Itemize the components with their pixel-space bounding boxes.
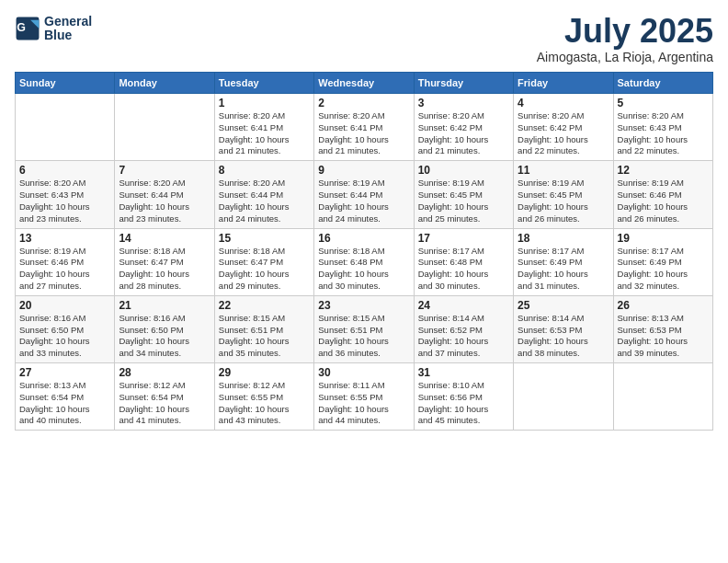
day-info: Sunrise: 8:15 AM Sunset: 6:51 PM Dayligh… — [318, 313, 409, 360]
day-info: Sunrise: 8:19 AM Sunset: 6:44 PM Dayligh… — [318, 178, 409, 224]
calendar-cell: 19Sunrise: 8:17 AM Sunset: 6:49 PM Dayli… — [613, 228, 712, 295]
calendar-cell: 26Sunrise: 8:13 AM Sunset: 6:53 PM Dayli… — [613, 295, 712, 362]
svg-text:G: G — [17, 22, 26, 35]
day-info: Sunrise: 8:20 AM Sunset: 6:41 PM Dayligh… — [219, 110, 310, 157]
day-number: 17 — [418, 232, 509, 245]
day-info: Sunrise: 8:16 AM Sunset: 6:50 PM Dayligh… — [119, 313, 210, 360]
day-info: Sunrise: 8:20 AM Sunset: 6:43 PM Dayligh… — [618, 110, 709, 157]
logo: G General Blue — [15, 15, 92, 43]
day-info: Sunrise: 8:19 AM Sunset: 6:46 PM Dayligh… — [618, 178, 709, 224]
calendar-week-row: 13Sunrise: 8:19 AM Sunset: 6:46 PM Dayli… — [16, 228, 713, 295]
day-number: 13 — [19, 232, 110, 245]
calendar-cell: 20Sunrise: 8:16 AM Sunset: 6:50 PM Dayli… — [16, 295, 115, 362]
calendar-cell: 14Sunrise: 8:18 AM Sunset: 6:47 PM Dayli… — [115, 228, 214, 295]
day-number: 5 — [618, 97, 709, 109]
day-info: Sunrise: 8:19 AM Sunset: 6:45 PM Dayligh… — [518, 178, 609, 224]
calendar-cell — [16, 94, 115, 161]
calendar-cell: 12Sunrise: 8:19 AM Sunset: 6:46 PM Dayli… — [613, 161, 712, 228]
calendar-header: SundayMondayTuesdayWednesdayThursdayFrid… — [16, 73, 713, 94]
calendar-cell — [115, 94, 214, 161]
day-number: 28 — [119, 366, 210, 379]
day-number: 20 — [19, 299, 110, 312]
calendar-cell: 29Sunrise: 8:12 AM Sunset: 6:55 PM Dayli… — [214, 363, 313, 431]
day-info: Sunrise: 8:15 AM Sunset: 6:51 PM Dayligh… — [219, 313, 310, 360]
day-info: Sunrise: 8:20 AM Sunset: 6:43 PM Dayligh… — [19, 178, 110, 224]
day-number: 29 — [219, 366, 310, 379]
day-number: 30 — [318, 366, 409, 379]
calendar-cell: 27Sunrise: 8:13 AM Sunset: 6:54 PM Dayli… — [16, 363, 115, 431]
day-info: Sunrise: 8:19 AM Sunset: 6:45 PM Dayligh… — [418, 178, 509, 224]
calendar-week-row: 20Sunrise: 8:16 AM Sunset: 6:50 PM Dayli… — [16, 295, 713, 362]
day-info: Sunrise: 8:18 AM Sunset: 6:47 PM Dayligh… — [119, 246, 210, 293]
title-block: July 2025 Aimogasta, La Rioja, Argentina — [537, 15, 713, 64]
day-number: 26 — [618, 299, 709, 312]
day-info: Sunrise: 8:13 AM Sunset: 6:54 PM Dayligh… — [19, 380, 110, 427]
month-title: July 2025 — [537, 15, 713, 48]
calendar-table: SundayMondayTuesdayWednesdayThursdayFrid… — [15, 72, 713, 431]
header-day: Wednesday — [314, 73, 414, 94]
calendar-cell: 17Sunrise: 8:17 AM Sunset: 6:48 PM Dayli… — [414, 228, 513, 295]
day-number: 10 — [418, 164, 509, 177]
calendar-cell: 10Sunrise: 8:19 AM Sunset: 6:45 PM Dayli… — [414, 161, 513, 228]
day-info: Sunrise: 8:14 AM Sunset: 6:52 PM Dayligh… — [418, 313, 509, 360]
day-info: Sunrise: 8:20 AM Sunset: 6:44 PM Dayligh… — [219, 178, 310, 224]
calendar-cell: 24Sunrise: 8:14 AM Sunset: 6:52 PM Dayli… — [414, 295, 513, 362]
page-header: G General Blue July 2025 Aimogasta, La R… — [15, 15, 713, 64]
calendar-cell — [613, 363, 712, 431]
day-number: 25 — [518, 299, 609, 312]
day-info: Sunrise: 8:20 AM Sunset: 6:41 PM Dayligh… — [318, 110, 409, 157]
day-number: 6 — [19, 164, 110, 177]
logo-text: General Blue — [44, 15, 92, 43]
calendar-cell: 8Sunrise: 8:20 AM Sunset: 6:44 PM Daylig… — [214, 161, 313, 228]
day-info: Sunrise: 8:12 AM Sunset: 6:54 PM Dayligh… — [119, 380, 210, 427]
logo-line1: General — [44, 15, 92, 29]
calendar-cell: 4Sunrise: 8:20 AM Sunset: 6:42 PM Daylig… — [514, 94, 613, 161]
day-number: 8 — [219, 164, 310, 177]
header-day: Thursday — [414, 73, 513, 94]
header-row: SundayMondayTuesdayWednesdayThursdayFrid… — [16, 73, 713, 94]
day-number: 2 — [318, 97, 409, 109]
day-number: 14 — [119, 232, 210, 245]
day-info: Sunrise: 8:17 AM Sunset: 6:49 PM Dayligh… — [518, 246, 609, 293]
day-number: 12 — [618, 164, 709, 177]
day-info: Sunrise: 8:18 AM Sunset: 6:47 PM Dayligh… — [219, 246, 310, 293]
day-info: Sunrise: 8:17 AM Sunset: 6:48 PM Dayligh… — [418, 246, 509, 293]
day-number: 27 — [19, 366, 110, 379]
day-info: Sunrise: 8:17 AM Sunset: 6:49 PM Dayligh… — [618, 246, 709, 293]
day-number: 23 — [318, 299, 409, 312]
day-number: 21 — [119, 299, 210, 312]
day-info: Sunrise: 8:16 AM Sunset: 6:50 PM Dayligh… — [19, 313, 110, 360]
calendar-cell: 30Sunrise: 8:11 AM Sunset: 6:55 PM Dayli… — [314, 363, 414, 431]
day-number: 16 — [318, 232, 409, 245]
day-info: Sunrise: 8:10 AM Sunset: 6:56 PM Dayligh… — [418, 380, 509, 427]
calendar-cell: 5Sunrise: 8:20 AM Sunset: 6:43 PM Daylig… — [613, 94, 712, 161]
header-day: Saturday — [613, 73, 712, 94]
day-number: 19 — [618, 232, 709, 245]
calendar-cell: 22Sunrise: 8:15 AM Sunset: 6:51 PM Dayli… — [214, 295, 313, 362]
calendar-week-row: 27Sunrise: 8:13 AM Sunset: 6:54 PM Dayli… — [16, 363, 713, 431]
calendar-week-row: 6Sunrise: 8:20 AM Sunset: 6:43 PM Daylig… — [16, 161, 713, 228]
day-number: 11 — [518, 164, 609, 177]
calendar-cell: 1Sunrise: 8:20 AM Sunset: 6:41 PM Daylig… — [214, 94, 313, 161]
calendar-cell: 18Sunrise: 8:17 AM Sunset: 6:49 PM Dayli… — [514, 228, 613, 295]
header-day: Tuesday — [214, 73, 313, 94]
calendar-cell: 16Sunrise: 8:18 AM Sunset: 6:48 PM Dayli… — [314, 228, 414, 295]
day-info: Sunrise: 8:20 AM Sunset: 6:42 PM Dayligh… — [418, 110, 509, 157]
day-info: Sunrise: 8:20 AM Sunset: 6:42 PM Dayligh… — [518, 110, 609, 157]
calendar-week-row: 1Sunrise: 8:20 AM Sunset: 6:41 PM Daylig… — [16, 94, 713, 161]
calendar-cell: 2Sunrise: 8:20 AM Sunset: 6:41 PM Daylig… — [314, 94, 414, 161]
calendar-cell: 7Sunrise: 8:20 AM Sunset: 6:44 PM Daylig… — [115, 161, 214, 228]
day-number: 24 — [418, 299, 509, 312]
calendar-cell: 15Sunrise: 8:18 AM Sunset: 6:47 PM Dayli… — [214, 228, 313, 295]
day-number: 1 — [219, 97, 310, 109]
day-number: 31 — [418, 366, 509, 379]
calendar-cell: 28Sunrise: 8:12 AM Sunset: 6:54 PM Dayli… — [115, 363, 214, 431]
day-info: Sunrise: 8:18 AM Sunset: 6:48 PM Dayligh… — [318, 246, 409, 293]
header-day: Sunday — [16, 73, 115, 94]
day-number: 9 — [318, 164, 409, 177]
day-info: Sunrise: 8:20 AM Sunset: 6:44 PM Dayligh… — [119, 178, 210, 224]
calendar-cell: 3Sunrise: 8:20 AM Sunset: 6:42 PM Daylig… — [414, 94, 513, 161]
calendar-cell: 23Sunrise: 8:15 AM Sunset: 6:51 PM Dayli… — [314, 295, 414, 362]
header-day: Monday — [115, 73, 214, 94]
calendar-cell: 9Sunrise: 8:19 AM Sunset: 6:44 PM Daylig… — [314, 161, 414, 228]
